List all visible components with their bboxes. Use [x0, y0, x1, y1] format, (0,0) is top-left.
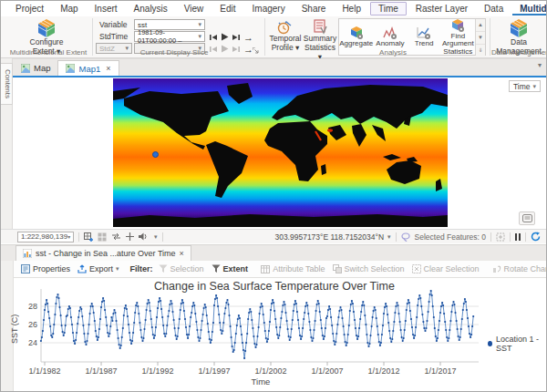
anomaly-icon — [383, 26, 397, 40]
ribbon: Configure Extent ▾ Variable sst▾ StdTime… — [1, 16, 547, 58]
switch-selection-icon — [333, 264, 342, 273]
temporal-profile-icon — [277, 18, 294, 35]
filter-extent-button[interactable]: Extent — [208, 264, 253, 273]
step-forward-button[interactable] — [232, 34, 240, 41]
chevron-down-icon[interactable]: ▾ — [154, 233, 158, 241]
svg-text:1/1/2002: 1/1/2002 — [254, 366, 286, 376]
map-time-dropdown[interactable]: Time ▾ — [509, 80, 541, 92]
tab-multidimensional[interactable]: Multidimensional — [512, 3, 547, 15]
chart-icon — [23, 249, 32, 258]
configure-extent-icon — [36, 18, 57, 38]
group-separator — [490, 18, 490, 56]
svg-text:1/1/2012: 1/1/2012 — [367, 366, 399, 376]
tab-share[interactable]: Share — [294, 3, 334, 15]
find-argument-statistics-icon — [450, 18, 465, 33]
tab-map[interactable]: Map — [53, 3, 85, 15]
dialog-launcher-icon[interactable] — [253, 47, 259, 54]
svg-text:1/1/2007: 1/1/2007 — [311, 366, 343, 376]
separator — [525, 232, 526, 242]
time-playback-controls: → — [210, 33, 253, 41]
stdtime-combobox[interactable]: 1981-09-01T00:00:00 –▾ — [134, 31, 205, 42]
close-icon[interactable]: × — [106, 64, 110, 73]
clear-selection-button: Clear Selection — [408, 264, 483, 273]
chevron-down-icon: ▾ — [67, 233, 70, 240]
tab-time[interactable]: Time — [370, 2, 407, 15]
legend-entry-label: Location 1 - SST — [496, 335, 546, 353]
properties-icon — [21, 264, 30, 273]
export-button[interactable]: Export ▾ — [74, 264, 123, 273]
gallery-scroll-up-icon[interactable]: ▲ — [476, 19, 485, 32]
ribbon-collapse-icon[interactable]: ▾ — [538, 61, 542, 69]
separator — [510, 232, 511, 242]
coordinate-readout[interactable]: 303.9957173°E 118.7152034°N ▾ — [274, 232, 390, 242]
scale-combobox[interactable]: 1:222,980,139 ▾ — [17, 232, 74, 242]
chart-legend[interactable]: Location 1 - SST — [488, 335, 546, 353]
tab-edit[interactable]: Edit — [212, 3, 243, 15]
step-time-arrow-button[interactable]: → — [243, 34, 253, 41]
selection-box-icon[interactable] — [496, 232, 505, 242]
separator — [396, 232, 397, 242]
attribute-table-button: Attribute Table — [257, 264, 328, 273]
separator — [162, 232, 163, 242]
close-icon[interactable]: × — [180, 249, 184, 258]
map-statusbar: 1:222,980,139 ▾ ▾ 303.9957173°E 118.7152… — [1, 229, 547, 243]
separator — [490, 232, 491, 242]
group-label-multidimensional-extent: Multidimensional Extent — [6, 48, 90, 57]
map-thumbnail-icon — [66, 64, 75, 73]
svg-text:1/1/2017: 1/1/2017 — [424, 366, 456, 376]
variable-label: Variable — [99, 20, 128, 29]
view-tab-map1[interactable]: Map1 × — [57, 60, 119, 76]
play-button[interactable] — [221, 33, 229, 41]
popup-dock-button[interactable] — [519, 211, 535, 225]
separator — [78, 232, 79, 242]
tab-project[interactable]: Project — [8, 3, 51, 15]
legend-marker-icon — [488, 341, 492, 346]
chart-panel-tabstrip: sst - Change in Sea ...ature Over Time × — [1, 244, 547, 261]
view-tab-map[interactable]: Map — [14, 60, 57, 76]
chevron-down-icon: ▾ — [198, 21, 201, 28]
chart-canvas[interactable]: 2426281/1/19821/1/19871/1/19921/1/19971/… — [1, 278, 547, 392]
chevron-down-icon: ▾ — [387, 233, 391, 241]
properties-button[interactable]: Properties — [17, 264, 74, 273]
filter-selection-button: Selection — [155, 264, 208, 273]
filter-label: Filter: — [129, 264, 155, 273]
grid-icon[interactable] — [98, 232, 107, 242]
svg-text:1/1/1987: 1/1/1987 — [85, 366, 117, 376]
tab-imagery[interactable]: Imagery — [245, 3, 293, 15]
tab-view[interactable]: View — [177, 3, 212, 15]
svg-text:24: 24 — [28, 338, 37, 347]
gallery-scroll-down-icon[interactable]: ▼ — [476, 32, 485, 45]
chart-panel-tab[interactable]: sst - Change in Sea ...ature Over Time × — [15, 245, 191, 261]
svg-text:1/1/1982: 1/1/1982 — [28, 366, 60, 376]
selection-lasso-icon — [401, 232, 411, 242]
svg-text:28: 28 — [28, 302, 37, 311]
gallery-expand-icon[interactable]: ⇓ — [476, 45, 485, 57]
chevron-down-icon: ▾ — [116, 265, 119, 273]
stdtime-label: StdTime — [99, 32, 128, 41]
data-management-icon — [509, 18, 529, 38]
contents-pane-tab[interactable]: Contents — [1, 63, 13, 105]
tab-data[interactable]: Data — [477, 3, 511, 15]
tab-analysis[interactable]: Analysis — [127, 3, 175, 15]
view-tabstrip: Map Map1 × — [1, 58, 547, 76]
grid-add-icon[interactable] — [84, 232, 93, 242]
ribbon-tab-bar: Project Map Insert Analysis View Edit Im… — [1, 1, 547, 16]
group-label-data-management: Data Management — [491, 48, 546, 57]
tab-help[interactable]: Help — [335, 3, 368, 15]
attribute-table-icon — [261, 265, 270, 273]
group-separator — [264, 18, 265, 56]
tab-raster-layer[interactable]: Raster Layer — [408, 3, 475, 15]
tab-insert[interactable]: Insert — [88, 3, 125, 15]
svg-text:26: 26 — [28, 320, 37, 329]
summary-statistics-icon — [312, 18, 328, 35]
crosshair-icon[interactable] — [126, 232, 134, 241]
sst-raster-map[interactable] — [113, 78, 448, 227]
swap-arrows-icon[interactable] — [111, 232, 121, 241]
refresh-icon[interactable] — [531, 232, 541, 242]
group-label-current-display-slice: Current Display Slice — [101, 48, 247, 57]
step-backward-button[interactable] — [210, 34, 217, 41]
map-thumbnail-icon — [21, 64, 30, 73]
audio-icon[interactable] — [139, 232, 150, 241]
pause-drawing-button[interactable] — [515, 233, 521, 241]
temporal-profile-button[interactable]: Temporal Profile ▾ — [268, 18, 303, 53]
